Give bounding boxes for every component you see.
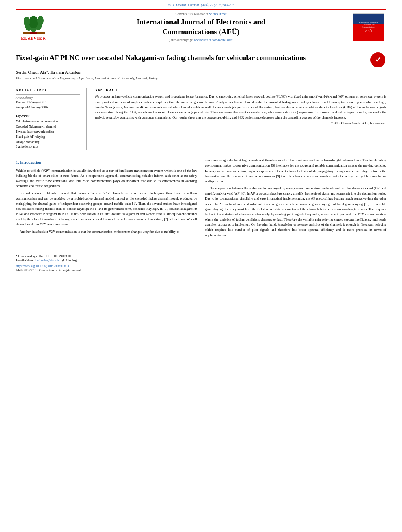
- doi-url[interactable]: http://dx.doi.org/10.1016/j.aeue.2016.01…: [16, 264, 69, 268]
- meta-journal-text: Int. J. Electron. Commun. (AEÜ) 70 (2016…: [168, 3, 234, 7]
- abstract-section: ABSTRACT We propose an inter-vehicle com…: [95, 88, 386, 150]
- svg-point-4: [29, 16, 38, 28]
- logo-top-text: International Journal ofElectronics andC…: [359, 21, 378, 28]
- affiliation-text: Electronics and Communication Engineerin…: [16, 76, 158, 80]
- received-date: Received 12 August 2015: [16, 100, 80, 104]
- page: Int. J. Electron. Commun. (AEÜ) 70 (2016…: [0, 0, 402, 532]
- affiliation: Electronics and Communication Engineerin…: [16, 76, 386, 80]
- journal-logo-right: International Journal ofElectronics andC…: [351, 13, 386, 41]
- footnote-area: * Corresponding author. Tel.: +90 532406…: [0, 248, 402, 272]
- crossmark-icon: ✓: [370, 52, 385, 67]
- divider2: [16, 111, 80, 111]
- keyword-5: Outage probability: [16, 140, 80, 145]
- svg-rect-8: [23, 32, 30, 34]
- journal-homepage-url[interactable]: www.elsevier.com/locate/aeue: [194, 38, 232, 42]
- header-content: ELSEVIER Contents lists available at Sci…: [16, 9, 386, 44]
- keywords-label: Keywords:: [16, 114, 80, 118]
- article-content: ✓ CrossMark Fixed-gain AF PLNC over casc…: [0, 44, 402, 150]
- keyword-4: Fixed gain AF relaying: [16, 135, 80, 140]
- divider: [16, 94, 80, 95]
- column-left: 1. Introduction Vehicle-to-vehicle (V2V)…: [16, 158, 197, 240]
- keyword-1: Vehicle-to-vehicle communication: [16, 119, 80, 124]
- svg-point-6: [37, 16, 44, 25]
- accepted-date: Accepted 4 January 2016: [16, 106, 80, 109]
- doi-line[interactable]: http://dx.doi.org/10.1016/j.aeue.2016.01…: [16, 264, 386, 268]
- svg-point-5: [24, 17, 30, 26]
- journal-name: International Journal of Electronics and…: [55, 17, 347, 37]
- svg-rect-9: [37, 32, 45, 34]
- col1-para-1: Vehicle-to-vehicle (V2V) communication i…: [16, 168, 197, 189]
- article-title: Fixed-gain AF PLNC over cascaded Nakagam…: [16, 53, 311, 63]
- logo-brand-text: AEÜ: [365, 29, 372, 33]
- issn-text: 1434-8411/© 2016 Elsevier GmbH. All righ…: [16, 269, 82, 272]
- elsevier-tree-icon: [21, 13, 47, 35]
- article-info-abstract: ARTICLE INFO Article history: Received 1…: [16, 84, 386, 150]
- sciencedirect-link: Contents lists available at ScienceDirec…: [55, 12, 347, 16]
- journal-homepage: journal homepage: www.elsevier.com/locat…: [55, 38, 347, 42]
- email-name: (İ. Altunbaş): [62, 259, 77, 262]
- journal-title-area: Contents lists available at ScienceDirec…: [51, 12, 351, 42]
- col2-para-2: The cooperation between the nodes can be…: [205, 186, 386, 238]
- authors: Serdar Özgür Ata*, İbrahim Altunbaş: [16, 70, 386, 74]
- keyword-3: Physical layer network coding: [16, 130, 80, 135]
- col2-para-1: communicating vehicles at high speeds an…: [205, 158, 386, 184]
- email-link[interactable]: ibraltunbas@itu.edu.tr: [35, 259, 61, 262]
- keyword-2: Cascaded Nakagami-m channel: [16, 124, 80, 130]
- col1-para-3: Another drawback in V2V communication is…: [16, 229, 197, 234]
- section1-heading: 1. Introduction: [16, 159, 197, 166]
- abstract-text: We propose an inter-vehicle communicatio…: [95, 94, 386, 120]
- elsevier-brand: ELSEVIER: [21, 36, 46, 41]
- footnote-email: E-mail address: ibraltunbas@itu.edu.tr (…: [16, 258, 386, 263]
- issn-line: 1434-8411/© 2016 Elsevier GmbH. All righ…: [16, 269, 386, 272]
- sciencedirect-text[interactable]: ScienceDirect: [209, 12, 227, 16]
- column-right: communicating vehicles at high speeds an…: [205, 158, 386, 240]
- copyright-text: © 2016 Elsevier GmbH. All rights reserve…: [95, 122, 386, 125]
- journal-meta: Int. J. Electron. Commun. (AEÜ) 70 (2016…: [16, 3, 386, 7]
- article-info-title: ARTICLE INFO: [16, 88, 80, 92]
- keyword-6: Symbol error rate: [16, 145, 80, 150]
- article-info-panel: ARTICLE INFO Article history: Received 1…: [16, 88, 87, 150]
- email-label: E-mail address:: [16, 259, 34, 262]
- crossmark-badge[interactable]: ✓ CrossMark: [370, 52, 386, 68]
- main-body: 1. Introduction Vehicle-to-vehicle (V2V)…: [0, 154, 402, 244]
- footnote-divider: [16, 252, 63, 252]
- authors-text: Serdar Özgür Ata*, İbrahim Altunbaş: [16, 70, 81, 74]
- elsevier-logo: ELSEVIER: [16, 13, 51, 41]
- history-label: Article history:: [16, 96, 80, 100]
- two-column-layout: 1. Introduction Vehicle-to-vehicle (V2V)…: [16, 158, 386, 240]
- star-note-text: * Corresponding author. Tel.: +90 532406…: [16, 254, 72, 258]
- journal-logo-box: International Journal ofElectronics andC…: [353, 13, 384, 41]
- journal-header: Int. J. Electron. Commun. (AEÜ) 70 (2016…: [0, 0, 402, 44]
- abstract-title: ABSTRACT: [95, 88, 386, 92]
- footnote-star: * Corresponding author. Tel.: +90 532406…: [16, 254, 386, 258]
- col1-para-2: Several studies in literature reveal tha…: [16, 191, 197, 227]
